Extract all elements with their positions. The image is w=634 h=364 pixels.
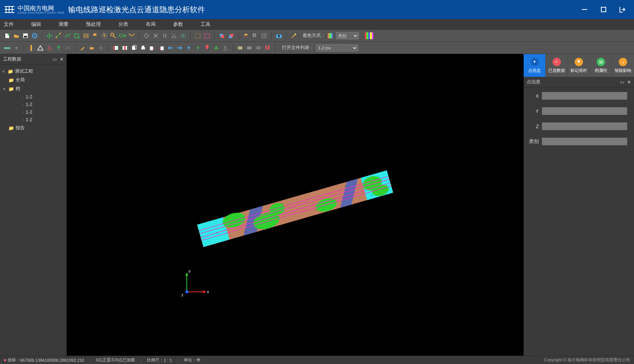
rect1-icon[interactable] — [237, 45, 244, 51]
print-icon[interactable] — [140, 45, 147, 51]
stack-icon[interactable] — [242, 32, 249, 39]
measure-area-icon[interactable] — [73, 32, 80, 39]
measure-dist-icon[interactable] — [55, 32, 62, 39]
file-list-select[interactable]: 1-2.tov — [316, 45, 358, 51]
scale-value: 1 : 1 — [164, 358, 172, 362]
save-icon[interactable] — [22, 32, 29, 39]
settings-icon[interactable] — [31, 32, 38, 39]
menu-classify[interactable]: 分类 — [118, 21, 128, 28]
diamond-icon[interactable] — [143, 32, 150, 39]
next-icon[interactable] — [176, 45, 183, 51]
ruler-icon[interactable] — [4, 45, 11, 51]
prev-icon[interactable] — [167, 45, 174, 51]
tree-file[interactable]: ▫1-2 — [0, 101, 67, 108]
tree-root[interactable]: ▾📁测试工程 — [0, 67, 67, 76]
layer2-icon[interactable] — [228, 32, 234, 39]
brush-icon[interactable] — [79, 45, 86, 51]
tab-smart-impact[interactable]: ☼智能影响 — [612, 54, 634, 77]
tab-segment-props[interactable]: ▤档属性 — [590, 54, 612, 77]
export1-icon[interactable] — [149, 45, 156, 51]
tab-point-info[interactable]: ✦点信息 — [524, 54, 545, 77]
3d-viewport[interactable]: y x z — [67, 54, 524, 356]
tree-report[interactable]: 📁报告 — [0, 124, 67, 132]
menu-layout[interactable]: 布局 — [146, 21, 156, 28]
category-input[interactable] — [542, 138, 627, 145]
svg-rect-3 — [8, 33, 10, 35]
arc-icon[interactable] — [128, 32, 135, 39]
status-dot-icon — [4, 359, 6, 361]
coord-value: 667669.1384100900,2861092.210 — [20, 358, 84, 362]
tower-icon[interactable] — [46, 45, 53, 51]
tab-selected-data[interactable]: ✓已选数据 — [545, 54, 567, 77]
clear-icon[interactable]: Cl▾ — [119, 32, 126, 39]
dropdown-icon[interactable]: ▾ — [13, 45, 20, 51]
panel1-icon[interactable] — [112, 45, 119, 51]
tree-file[interactable]: ▫1-2 — [0, 93, 67, 101]
warn-icon[interactable] — [37, 45, 44, 51]
new-icon[interactable] — [4, 32, 11, 39]
unit-label: 单位： — [184, 357, 196, 363]
svg-rect-24 — [221, 35, 224, 38]
rect3-icon[interactable] — [255, 45, 262, 51]
grid-icon[interactable] — [252, 32, 258, 39]
tab-mark-tower[interactable]: ⚑标记塔杆 — [567, 54, 589, 77]
layer1-icon[interactable] — [218, 32, 225, 39]
minimize-button[interactable] — [581, 6, 588, 13]
copy-icon[interactable] — [131, 45, 137, 51]
exit-button[interactable] — [619, 6, 626, 13]
caliper-icon[interactable] — [161, 32, 168, 39]
color-legend-icon[interactable] — [365, 32, 373, 39]
menu-tools[interactable]: 工具 — [201, 21, 210, 28]
wand-icon[interactable] — [290, 32, 297, 39]
tower2-icon[interactable] — [222, 45, 229, 51]
align-icon[interactable] — [97, 45, 104, 51]
tree-file[interactable]: ▫1-2 — [0, 116, 67, 124]
menu-preprocess[interactable]: 预处理 — [86, 21, 101, 28]
tree-icon[interactable] — [213, 45, 220, 51]
flag-icon[interactable] — [92, 32, 99, 39]
select-rect-icon[interactable] — [194, 32, 201, 39]
camera-icon[interactable] — [276, 32, 282, 39]
open-icon[interactable] — [13, 32, 20, 39]
bolt2-icon[interactable] — [194, 45, 201, 51]
tree-segment[interactable]: ▾📁档 — [0, 84, 67, 93]
panel-restore-icon[interactable]: ▭ — [620, 79, 624, 85]
panel2-icon[interactable] — [121, 45, 128, 51]
rect2-icon[interactable] — [246, 45, 253, 51]
move-icon[interactable] — [46, 32, 53, 39]
cut-icon[interactable] — [170, 32, 177, 39]
x-input[interactable] — [542, 92, 627, 100]
tree-file[interactable]: ▫1-2 — [0, 108, 67, 116]
vbar-icon[interactable] — [28, 45, 35, 51]
panel-close-icon[interactable]: ✕ — [627, 79, 631, 85]
compass-icon[interactable] — [101, 32, 108, 39]
measure-multi-icon[interactable] — [64, 32, 71, 39]
menu-params[interactable]: 参数 — [173, 21, 183, 28]
grid2-icon[interactable] — [261, 32, 268, 39]
key-icon[interactable] — [110, 32, 117, 39]
y-input[interactable] — [542, 107, 627, 115]
project-panel-header: 工程数据 ▭ ✕ — [0, 54, 67, 65]
eye-icon[interactable] — [180, 32, 186, 39]
export2-icon[interactable] — [158, 45, 165, 51]
m-icon[interactable]: M — [264, 45, 271, 51]
select-box-icon[interactable] — [204, 32, 210, 39]
bolt1-icon[interactable] — [185, 45, 192, 51]
menu-measure[interactable]: 测量 — [59, 21, 68, 28]
svg-rect-29 — [253, 35, 254, 37]
menu-file[interactable]: 文件 — [4, 21, 14, 28]
menu-edit[interactable]: 编辑 — [31, 21, 41, 28]
maximize-button[interactable] — [600, 6, 607, 13]
tree-global[interactable]: 📁全局 — [0, 76, 67, 84]
pin-icon[interactable] — [204, 45, 210, 51]
up-icon[interactable] — [55, 45, 62, 51]
color-mode-select[interactable]: 类别 — [336, 32, 359, 39]
logo: 中国南方电网 CHINA SOUTHERN POWER GRID — [4, 5, 64, 14]
graph-icon[interactable] — [64, 45, 71, 51]
panel-close-icon[interactable]: ✕ — [60, 57, 64, 62]
panel-restore-icon[interactable]: ▭ — [53, 57, 57, 62]
z-input[interactable] — [542, 122, 627, 130]
cross-icon[interactable] — [152, 32, 159, 39]
erase-icon[interactable] — [88, 45, 95, 51]
bars-icon[interactable] — [83, 32, 89, 39]
